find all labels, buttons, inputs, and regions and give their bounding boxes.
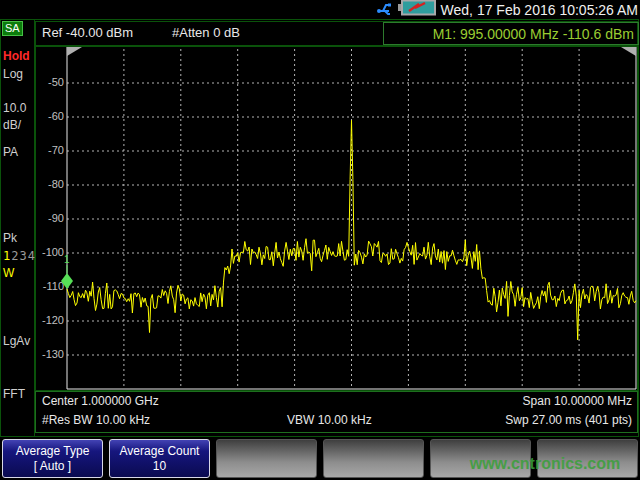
hold-indicator: Hold [3, 49, 30, 63]
softkey-value: 10 [153, 459, 166, 474]
center-freq-label: Center 1.000000 GHz [42, 394, 159, 408]
y-axis-label: -60 [36, 110, 64, 122]
vbw-label: VBW 10.00 kHz [287, 413, 372, 427]
sidebar: SA Hold Log 10.0 dB/ PA Pk 1234 W LgAv F… [0, 19, 35, 437]
average-mode-label: LgAv [3, 334, 30, 348]
marker-readout: M1: 995.00000 MHz -110.6 dBm [433, 26, 634, 42]
marker-readout-box: M1: 995.00000 MHz -110.6 dBm [383, 22, 639, 45]
y-axis-label: -120 [36, 314, 64, 326]
y-axis-label: -50 [36, 76, 64, 88]
y-axis-label: -130 [36, 348, 64, 360]
trace-state-label: W [3, 266, 14, 280]
rbw-label: #Res BW 10.00 kHz [42, 413, 150, 427]
trace-1: 1 [3, 249, 11, 263]
y-axis-label: -80 [36, 178, 64, 190]
datetime: Wed, 17 Feb 2016 10:05:26 AM [441, 2, 638, 18]
scale-type-label: Log [3, 67, 23, 81]
softkey-label: Average Type [16, 444, 90, 459]
y-axis-label: -100 [36, 246, 64, 258]
y-axis-label: -110 [36, 280, 64, 292]
scale-value-label: 10.0 [3, 101, 26, 115]
detector-label: Pk [3, 231, 17, 245]
softkey-blank-4[interactable] [323, 439, 424, 478]
scale-unit-label: dB/ [3, 118, 21, 132]
span-label: Span 10.00000 MHz [523, 394, 632, 408]
watermark: www.cntronics.com [452, 455, 638, 473]
ref-level-label: Ref -40.00 dBm [42, 25, 133, 40]
y-axis-label: -70 [36, 144, 64, 156]
graticule-frame [35, 46, 638, 391]
mode-badge: SA [2, 21, 23, 36]
softkey-average-count[interactable]: Average Count 10 [109, 439, 210, 478]
softkey-value: [ Auto ] [34, 459, 71, 474]
softkey-average-type[interactable]: Average Type [ Auto ] [2, 439, 103, 478]
sweep-label: Swp 27.00 ms (401 pts) [505, 413, 632, 427]
usb-icon [376, 0, 393, 20]
battery-charging-icon [397, 0, 437, 20]
trace-3: 3 [19, 249, 27, 263]
status-bar: Wed, 17 Feb 2016 10:05:26 AM [0, 0, 640, 19]
atten-label: #Atten 0 dB [172, 25, 240, 40]
softkey-label: Average Count [120, 444, 200, 459]
fft-mode-label: FFT [3, 387, 25, 401]
y-axis-label: -90 [36, 212, 64, 224]
trace-numbers: 1234 [3, 249, 36, 263]
spectrum-analyzer-screen: Wed, 17 Feb 2016 10:05:26 AM SA Hold Log… [0, 0, 640, 480]
preamp-label: PA [3, 145, 18, 159]
softkey-blank-3[interactable] [216, 439, 317, 478]
